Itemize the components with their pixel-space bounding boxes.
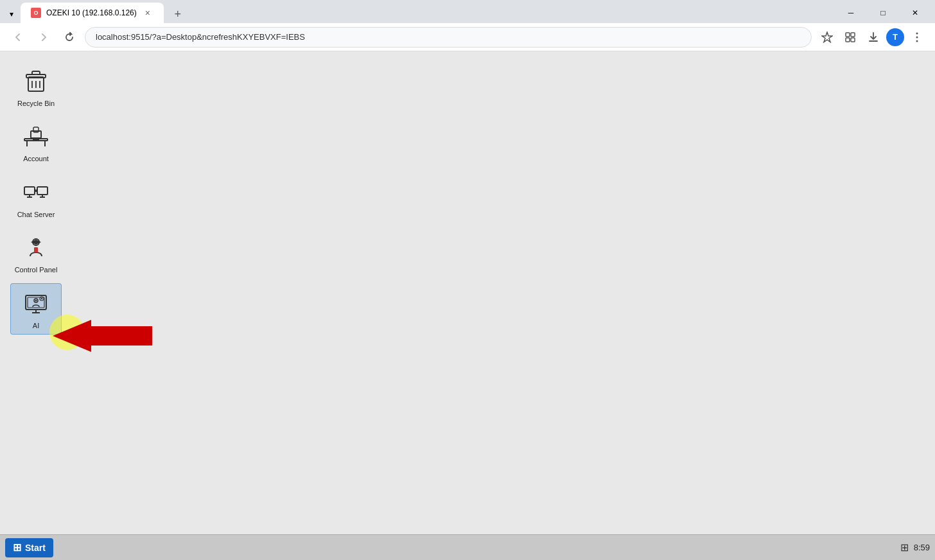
account-label: Account (23, 154, 49, 163)
forward-button[interactable] (33, 27, 54, 48)
recycle-bin-label: Recycle Bin (17, 99, 55, 108)
chat-server-label: Chat Server (17, 210, 55, 219)
desktop-icons-container: Recycle Bin Account (10, 62, 68, 335)
new-tab-button[interactable]: + (169, 5, 187, 23)
url-text: localhost:9515/?a=Desktop&ncrefreshKXYEB… (96, 32, 305, 42)
download-button[interactable] (863, 27, 884, 48)
svg-point-37 (41, 298, 42, 299)
grid-icon[interactable]: ⊞ (900, 541, 909, 554)
reload-button[interactable] (59, 27, 80, 48)
svg-rect-19 (24, 187, 35, 195)
taskbar: ⊞ Start ⊞ 8:59 (0, 534, 935, 560)
start-label: Start (25, 543, 46, 553)
control-panel-icon[interactable]: Control Panel (10, 228, 62, 278)
back-button[interactable] (8, 27, 28, 48)
extensions-button[interactable] (840, 27, 861, 48)
svg-rect-0 (846, 33, 850, 37)
svg-marker-38 (53, 320, 152, 352)
svg-point-35 (35, 300, 37, 302)
minimize-button[interactable]: ─ (836, 3, 866, 23)
chat-server-icon[interactable]: Chat Server (10, 173, 62, 223)
close-button[interactable]: ✕ (900, 3, 930, 23)
browser-tab[interactable]: O OZEKI 10 (192.168.0.126) × (21, 3, 164, 23)
tab-dropdown[interactable]: ▾ (5, 5, 18, 23)
start-button[interactable]: ⊞ Start (5, 538, 53, 557)
profile-icon[interactable]: T (886, 28, 904, 46)
tab-title: OZEKI 10 (192.168.0.126) (46, 8, 137, 17)
address-bar[interactable]: localhost:9515/?a=Desktop&ncrefreshKXYEB… (85, 27, 812, 48)
recycle-bin-icon[interactable]: Recycle Bin (10, 62, 62, 112)
account-icon[interactable]: Account (10, 117, 62, 167)
taskbar-time-area: ⊞ 8:59 (900, 541, 930, 554)
svg-point-26 (35, 189, 37, 192)
start-icon: ⊞ (13, 541, 21, 554)
svg-point-6 (916, 40, 918, 42)
svg-rect-8 (26, 74, 46, 78)
bookmark-button[interactable] (817, 27, 837, 48)
tab-close-button[interactable]: × (142, 7, 153, 19)
control-panel-label: Control Panel (15, 265, 58, 274)
menu-button[interactable] (907, 27, 927, 48)
ai-label: AI (33, 321, 39, 330)
maximize-button[interactable]: □ (868, 3, 898, 23)
tab-favicon: O (31, 8, 41, 18)
svg-rect-2 (846, 38, 850, 42)
svg-point-5 (916, 36, 918, 38)
time-display: 8:59 (914, 543, 930, 552)
svg-rect-29 (34, 247, 38, 252)
svg-rect-22 (37, 187, 48, 195)
svg-point-4 (916, 32, 918, 34)
arrow-annotation (53, 320, 152, 352)
svg-rect-1 (851, 33, 855, 37)
desktop: Recycle Bin Account (0, 51, 935, 534)
red-arrow-svg (53, 320, 152, 352)
svg-rect-3 (851, 38, 855, 42)
